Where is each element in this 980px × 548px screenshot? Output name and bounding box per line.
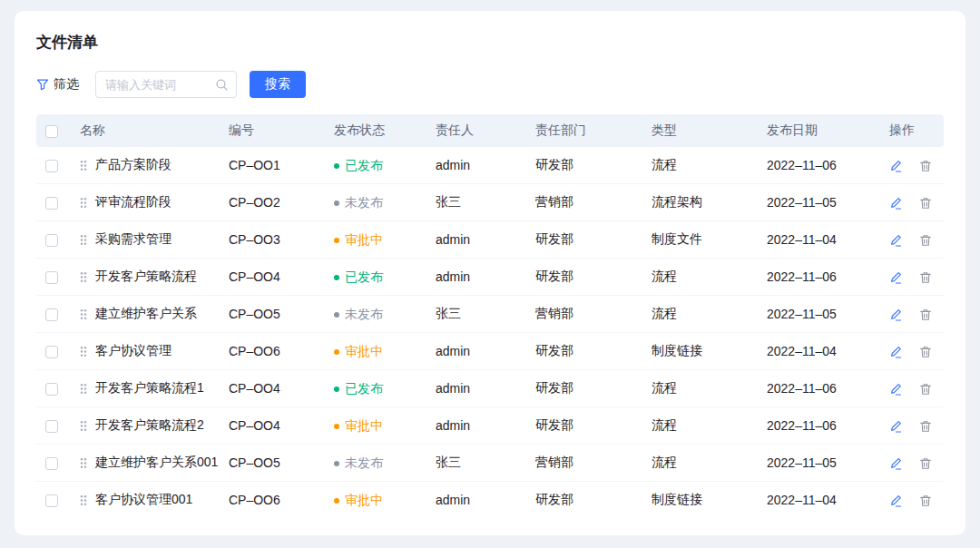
edit-icon[interactable] [889,494,902,507]
status-label: 已发布 [345,269,383,286]
status-label: 审批中 [345,232,383,249]
status-dot [334,238,339,243]
edit-icon[interactable] [889,383,902,396]
row-name: 客户协议管理 [95,343,172,359]
select-all-checkbox[interactable] [45,125,58,138]
row-owner: 张三 [428,445,528,482]
delete-icon[interactable] [919,494,932,507]
row-department: 研发部 [528,407,644,445]
delete-icon[interactable] [919,234,932,247]
drag-handle-icon[interactable] [80,234,87,246]
delete-icon[interactable] [919,420,932,433]
table-row: 采购需求管理 CP–OO3 审批中 admin 研发部 制度文件 2022–11… [36,221,944,259]
status-cell: 审批中 [327,482,428,519]
drag-handle-icon[interactable] [80,271,87,283]
drag-handle-icon[interactable] [80,197,87,209]
page-title: 文件清单 [36,33,944,53]
delete-icon[interactable] [919,271,932,284]
column-header-dept: 责任部门 [528,114,644,147]
status-cell: 审批中 [327,407,428,445]
row-name: 采购需求管理 [95,231,172,248]
row-type: 流程 [644,147,760,184]
row-publish-date: 2022–11–05 [760,296,882,333]
row-checkbox[interactable] [45,234,58,247]
status-cell: 未发布 [327,184,428,221]
row-code: CP–OO4 [221,259,327,296]
row-type: 制度链接 [644,333,760,370]
row-publish-date: 2022–11–04 [760,333,882,370]
table-row: 开发客户策略流程2 CP–OO4 审批中 admin 研发部 流程 2022–1… [36,407,944,445]
row-checkbox[interactable] [45,457,58,470]
row-department: 营销部 [528,296,644,333]
row-name: 评审流程阶段 [95,194,172,210]
table-header: 名称 编号 发布状态 责任人 责任部门 类型 发布日期 操作 [36,114,944,147]
filter-toggle[interactable]: 筛选 [36,76,79,93]
file-list-card: 文件清单 筛选 搜索 [15,11,965,535]
edit-icon[interactable] [889,308,902,321]
status-cell: 未发布 [327,296,428,333]
row-checkbox[interactable] [45,308,58,321]
delete-icon[interactable] [919,160,932,172]
row-department: 研发部 [528,370,644,407]
status-dot [334,275,339,280]
row-department: 研发部 [528,333,644,370]
edit-icon[interactable] [889,271,902,284]
edit-icon[interactable] [889,346,902,358]
table-row: 客户协议管理001 CP–OO6 审批中 admin 研发部 制度链接 2022… [36,482,944,519]
status-dot [334,312,339,318]
row-name: 建立维护客户关系 [95,306,197,322]
drag-handle-icon[interactable] [80,494,87,506]
edit-icon[interactable] [889,160,902,172]
status-cell: 审批中 [327,221,428,259]
row-checkbox[interactable] [45,494,58,507]
edit-icon[interactable] [889,457,902,470]
row-checkbox[interactable] [45,160,58,172]
drag-handle-icon[interactable] [80,160,87,171]
drag-handle-icon[interactable] [80,308,87,320]
row-checkbox[interactable] [45,346,58,358]
edit-icon[interactable] [889,234,902,247]
table-row: 建立维护客户关系 CP–OO5 未发布 张三 营销部 流程 2022–11–05 [36,296,944,333]
column-header-owner: 责任人 [428,114,528,147]
row-publish-date: 2022–11–05 [760,184,882,221]
edit-icon[interactable] [889,420,902,433]
row-code: CP–OO4 [221,370,327,407]
delete-icon[interactable] [919,383,932,396]
drag-handle-icon[interactable] [80,420,87,432]
row-name: 客户协议管理001 [95,492,192,508]
toolbar: 筛选 搜索 [36,71,944,98]
row-type: 流程 [644,296,760,333]
drag-handle-icon[interactable] [80,457,87,469]
column-header-date: 发布日期 [760,114,882,147]
row-checkbox[interactable] [45,420,58,433]
row-checkbox[interactable] [45,271,58,284]
table-row: 产品方案阶段 CP–OO1 已发布 admin 研发部 流程 2022–11–0… [36,147,944,184]
status-dot [334,498,339,504]
row-owner: admin [428,221,528,259]
column-header-name: 名称 [73,114,221,147]
search-icon [215,78,229,92]
delete-icon[interactable] [919,346,932,358]
table-row: 开发客户策略流程1 CP–OO4 已发布 admin 研发部 流程 2022–1… [36,370,944,407]
row-code: CP–OO3 [221,221,327,259]
status-dot [334,461,339,466]
drag-handle-icon[interactable] [80,383,87,395]
search-input-wrapper [95,71,237,98]
delete-icon[interactable] [919,308,932,321]
row-name: 建立维护客户关系001 [95,455,218,471]
drag-handle-icon[interactable] [80,346,87,357]
row-code: CP–OO5 [221,296,327,333]
delete-icon[interactable] [919,457,932,470]
search-button[interactable]: 搜索 [250,71,306,98]
delete-icon[interactable] [919,197,932,210]
edit-icon[interactable] [889,197,902,210]
row-checkbox[interactable] [45,197,58,210]
row-department: 营销部 [528,184,644,221]
status-cell: 已发布 [327,259,428,296]
row-department: 研发部 [528,147,644,184]
row-checkbox[interactable] [45,383,58,396]
row-code: CP–OO4 [221,407,327,445]
search-input[interactable] [103,77,215,93]
status-dot [334,163,339,169]
status-dot [334,387,339,392]
